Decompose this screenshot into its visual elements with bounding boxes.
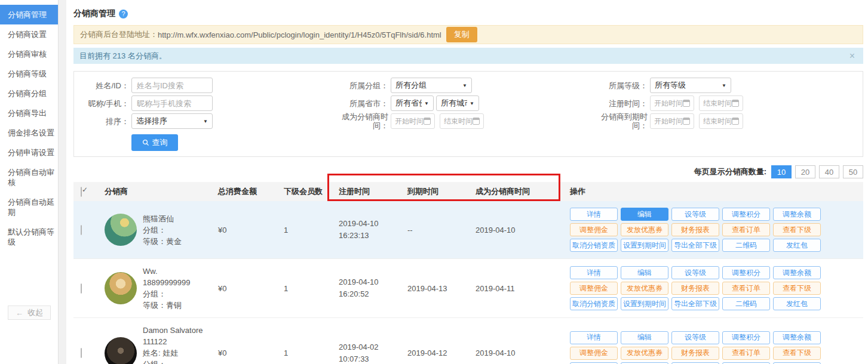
action-button[interactable]: 查看订单 <box>722 347 770 360</box>
action-button[interactable]: 编辑 <box>621 208 668 221</box>
reg-end-date-input[interactable]: 结束时间 <box>699 95 743 111</box>
action-button[interactable]: 导出全部下级 <box>671 362 719 364</box>
action-button[interactable]: 二维码 <box>722 239 770 252</box>
row-checkbox[interactable] <box>81 283 82 294</box>
action-button[interactable]: 导出全部下级 <box>671 239 719 252</box>
action-button[interactable]: 财务报表 <box>671 282 719 295</box>
action-button[interactable]: 详情 <box>570 208 618 221</box>
sort-label: 排序： <box>74 117 129 126</box>
close-icon[interactable]: × <box>849 51 855 61</box>
query-button-label: 查询 <box>152 137 168 148</box>
action-button[interactable]: 查看订单 <box>722 282 770 295</box>
action-button[interactable]: 调整余额 <box>773 331 821 344</box>
action-button[interactable]: 调整积分 <box>722 331 770 344</box>
col-header-become-time: 成为分销商时间 <box>468 182 563 201</box>
sidebar-item-8[interactable]: 分销商自动审核 <box>0 162 58 192</box>
reg-time-value: 2019-04-10 16:20:52 <box>332 259 400 318</box>
sidebar-item-4[interactable]: 分销商分组 <box>0 84 58 103</box>
expire-end-date-input[interactable]: 结束时间 <box>699 113 743 129</box>
reg-end-placeholder: 结束时间 <box>703 98 732 109</box>
action-button[interactable]: 查看下级 <box>773 223 821 236</box>
name-id-label: 姓名/ID： <box>74 81 129 90</box>
page-size-option-10[interactable]: 10 <box>771 165 792 178</box>
sidebar-item-2[interactable]: 分销商审核 <box>0 44 58 64</box>
action-button[interactable]: 设置到期时间 <box>621 239 668 252</box>
action-button[interactable]: 二维码 <box>722 297 770 310</box>
level-select[interactable]: 所有等级 ▼ <box>650 78 731 93</box>
action-button[interactable]: 发红包 <box>773 239 821 252</box>
action-button[interactable]: 调整佣金 <box>570 282 618 295</box>
sidebar-item-1[interactable]: 分销商设置 <box>0 24 58 44</box>
action-button[interactable]: 二维码 <box>722 362 770 364</box>
sidebar-item-7[interactable]: 分销申请设置 <box>0 143 58 162</box>
filter-row-1: 姓名/ID： 所属分组： 所有分组 ▼ 所属等级： 所有等级 ▼ <box>74 76 863 94</box>
copy-button[interactable]: 复制 <box>446 27 477 42</box>
calendar-icon <box>732 100 739 107</box>
reg-start-date-input[interactable]: 开始时间 <box>650 95 694 111</box>
action-button[interactable]: 设置到期时间 <box>621 297 668 310</box>
page-size-option-40[interactable]: 40 <box>819 165 839 178</box>
action-button[interactable]: 财务报表 <box>671 347 719 360</box>
action-button[interactable]: 设置到期时间 <box>621 362 668 364</box>
page-size-option-50[interactable]: 50 <box>843 165 863 178</box>
action-button[interactable]: 发红包 <box>773 297 821 310</box>
action-button[interactable]: 调整积分 <box>722 266 770 279</box>
city-select[interactable]: 所有城市 ▼ <box>436 95 479 111</box>
province-select[interactable]: 所有省份 ▼ <box>391 95 434 111</box>
sub-members-value: 1 <box>277 201 332 259</box>
sidebar-item-10[interactable]: 默认分销商等级 <box>0 222 58 252</box>
action-button[interactable]: 调整积分 <box>722 208 770 221</box>
sidebar-item-5[interactable]: 分销商导出 <box>0 103 58 123</box>
action-button[interactable]: 发放优惠券 <box>621 282 668 295</box>
action-button[interactable]: 调整余额 <box>773 266 821 279</box>
row-checkbox[interactable] <box>81 225 82 235</box>
col-header-total: 总消费金额 <box>211 182 277 201</box>
action-button[interactable]: 设等级 <box>671 331 719 344</box>
action-button[interactable]: 查看下级 <box>773 347 821 360</box>
action-button[interactable]: 发放优惠券 <box>621 223 668 236</box>
action-button[interactable]: 调整佣金 <box>570 223 618 236</box>
page-size-option-20[interactable]: 20 <box>795 165 815 178</box>
group-select[interactable]: 所有分组 ▼ <box>391 78 472 93</box>
action-button[interactable]: 详情 <box>570 266 618 279</box>
sidebar-collapse-button[interactable]: ← 收起 <box>8 306 51 320</box>
action-button[interactable]: 取消分销资质 <box>570 362 618 364</box>
left-arrow-icon: ← <box>16 309 23 317</box>
action-button[interactable]: 调整余额 <box>773 208 821 221</box>
action-button[interactable]: 编辑 <box>621 266 668 279</box>
distributor-info: Ww.18899999999分组：等级：青铜 <box>143 266 191 311</box>
table-row: Damon Salvatore111122姓名: 娃娃分组：等级：青铜 ¥0 1… <box>73 318 863 364</box>
sort-field-group: 排序： 选择排序 ▼ <box>74 113 335 129</box>
action-button[interactable]: 发红包 <box>773 362 821 364</box>
sidebar-item-0[interactable]: 分销商管理 <box>0 5 58 24</box>
select-all-checkbox[interactable] <box>81 187 82 197</box>
name-id-input[interactable] <box>131 78 213 93</box>
action-button[interactable]: 设等级 <box>671 208 719 221</box>
action-button[interactable]: 取消分销资质 <box>570 239 618 252</box>
help-icon[interactable]: ? <box>119 10 128 18</box>
action-button[interactable]: 设等级 <box>671 266 719 279</box>
page-size-options: 10204050 <box>771 165 863 178</box>
become-start-date-input[interactable]: 开始时间 <box>391 113 435 129</box>
become-end-date-input[interactable]: 结束时间 <box>440 113 484 129</box>
action-button[interactable]: 查看下级 <box>773 282 821 295</box>
sort-select[interactable]: 选择排序 ▼ <box>131 113 213 129</box>
nick-phone-input[interactable] <box>131 95 213 111</box>
action-button[interactable]: 详情 <box>570 331 618 344</box>
action-button[interactable]: 取消分销资质 <box>570 297 618 310</box>
sidebar-item-3[interactable]: 分销商等级 <box>0 64 58 84</box>
action-button[interactable]: 调整佣金 <box>570 347 618 360</box>
sidebar-item-6[interactable]: 佣金排名设置 <box>0 123 58 143</box>
query-button[interactable]: 查询 <box>131 134 178 151</box>
sidebar-item-9[interactable]: 分销商自动延期 <box>0 192 58 222</box>
action-button[interactable]: 导出全部下级 <box>671 297 719 310</box>
expire-time-value: 2019-04-12 <box>400 318 468 364</box>
expire-time-field-group: 分销商到期时间： 开始时间 结束时间 <box>597 112 863 130</box>
action-button[interactable]: 发放优惠券 <box>621 347 668 360</box>
action-button[interactable]: 查看订单 <box>722 223 770 236</box>
action-button[interactable]: 编辑 <box>621 331 668 344</box>
action-button[interactable]: 财务报表 <box>671 223 719 236</box>
expire-start-date-input[interactable]: 开始时间 <box>650 113 694 129</box>
row-actions: 详情编辑设等级调整积分调整余额调整佣金发放优惠券财务报表查看订单查看下级取消分销… <box>570 208 863 252</box>
row-checkbox[interactable] <box>81 348 82 358</box>
